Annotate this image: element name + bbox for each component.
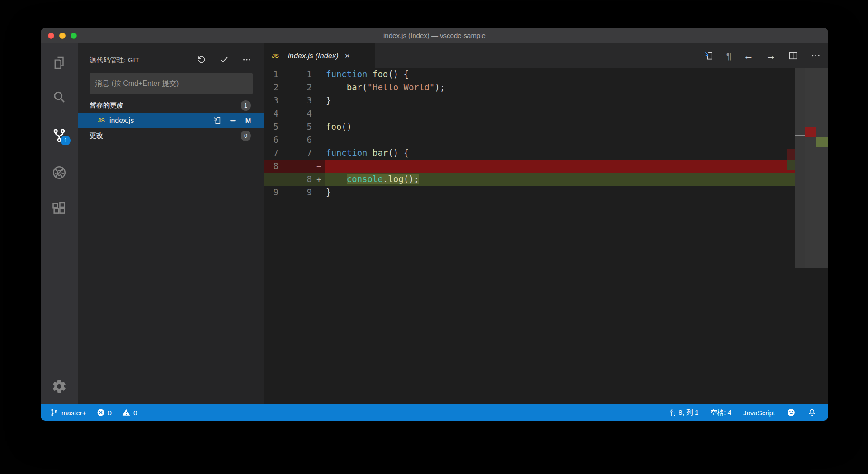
- file-name: index.js: [109, 117, 213, 125]
- sidebar-header: 源代码管理: GIT: [78, 43, 264, 68]
- debug-icon[interactable]: [52, 165, 67, 180]
- edge-removed-marker: [787, 149, 795, 160]
- open-file-icon[interactable]: [213, 116, 222, 125]
- code-line[interactable]: 55foo(): [264, 120, 795, 133]
- staged-count-badge: 1: [241, 100, 251, 111]
- search-icon[interactable]: [52, 89, 67, 105]
- commit-check-icon[interactable]: [219, 55, 229, 65]
- tab-label: index.js (Index): [288, 52, 339, 60]
- window-title: index.js (Index) — vscode-sample: [41, 28, 828, 43]
- js-file-icon: JS: [98, 117, 105, 124]
- code-line[interactable]: 8+ console.log();: [264, 173, 795, 186]
- changes-count-badge: 0: [241, 131, 251, 141]
- modified-status-badge: M: [244, 117, 253, 124]
- title-bar: index.js (Index) — vscode-sample: [41, 28, 828, 43]
- branch-status-item[interactable]: master+: [50, 408, 86, 417]
- notifications-bell-icon[interactable]: [807, 408, 816, 417]
- warning-count: 0: [133, 409, 137, 417]
- code-diff-lines: 11function foo() {22 bar("Hello World");…: [264, 68, 795, 199]
- sidebar-source-control: 源代码管理: GIT: [78, 43, 264, 404]
- vscode-window: index.js (Index) — vscode-sample 1: [41, 28, 828, 421]
- previous-change-icon[interactable]: ←: [744, 51, 754, 61]
- next-change-icon[interactable]: →: [766, 51, 776, 61]
- code-line[interactable]: 77function bar() {: [264, 146, 795, 160]
- files-icon[interactable]: [52, 55, 67, 70]
- code-line[interactable]: 22 bar("Hello World");: [264, 81, 795, 94]
- scrollbar-position-marker: [795, 135, 805, 136]
- warnings-icon: [122, 408, 131, 417]
- code-line[interactable]: 44: [264, 107, 795, 120]
- overview-ruler: [805, 68, 828, 268]
- more-actions-icon[interactable]: [242, 55, 252, 65]
- tab-bar: JS index.js (Index) × ¶ ← →: [264, 43, 828, 68]
- errors-icon: [96, 408, 105, 417]
- code-line[interactable]: 99}: [264, 186, 795, 199]
- code-line[interactable]: 66: [264, 133, 795, 146]
- whitespace-icon[interactable]: ¶: [726, 51, 731, 61]
- git-branch-icon: [50, 408, 59, 417]
- ruler-removed-marker: [805, 127, 816, 137]
- settings-gear-icon[interactable]: [52, 379, 67, 394]
- ruler-added-marker: [816, 137, 828, 147]
- code-line[interactable]: 8−: [264, 160, 795, 173]
- edge-added-marker: [787, 160, 795, 170]
- changes-section[interactable]: 更改 0: [78, 128, 264, 143]
- section-label: 暂存的更改: [90, 101, 241, 110]
- close-icon[interactable]: ×: [345, 52, 350, 60]
- extensions-icon[interactable]: [52, 201, 67, 216]
- code-line[interactable]: 33}: [264, 94, 795, 107]
- status-bar: master+ 0 0 行 8, 列 1 空格: 4 JavaScript: [41, 404, 828, 421]
- refresh-icon[interactable]: [197, 55, 207, 65]
- editor-toolbar: ¶ ← →: [704, 43, 821, 68]
- split-editor-icon[interactable]: [788, 51, 798, 61]
- errors-status-item[interactable]: 0: [96, 408, 112, 417]
- code-line[interactable]: 11function foo() {: [264, 68, 795, 81]
- unstage-icon[interactable]: [228, 116, 237, 125]
- warnings-status-item[interactable]: 0: [122, 408, 137, 417]
- staged-changes-section[interactable]: 暂存的更改 1: [78, 98, 264, 113]
- commit-message-input[interactable]: [90, 73, 253, 94]
- tab-indexjs-diff[interactable]: JS index.js (Index) ×: [264, 43, 375, 68]
- editor-scrollbar[interactable]: [795, 68, 805, 268]
- diff-editor: JS index.js (Index) × ¶ ← →: [264, 43, 828, 404]
- section-label: 更改: [90, 131, 241, 140]
- feedback-smiley-icon[interactable]: [787, 408, 796, 417]
- scm-count-badge: 1: [61, 136, 71, 145]
- indentation-item[interactable]: 空格: 4: [710, 408, 731, 417]
- branch-name: master+: [61, 409, 86, 417]
- js-file-icon: JS: [272, 52, 279, 59]
- language-mode-item[interactable]: JavaScript: [743, 409, 775, 417]
- sidebar-title: 源代码管理: GIT: [90, 56, 197, 65]
- staged-file-row-indexjs[interactable]: JS index.js M: [78, 113, 264, 128]
- error-count: 0: [108, 409, 112, 417]
- open-changed-file-icon[interactable]: [704, 51, 714, 61]
- activity-bar: 1: [41, 43, 78, 404]
- more-actions-icon[interactable]: [811, 51, 821, 61]
- cursor-position-item[interactable]: 行 8, 列 1: [670, 408, 698, 417]
